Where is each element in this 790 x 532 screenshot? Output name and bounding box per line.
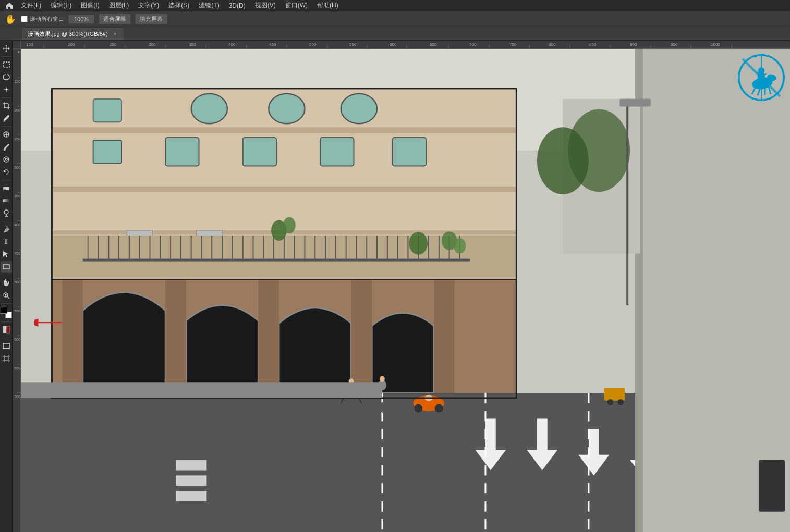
selection-tool-button[interactable] bbox=[1, 59, 12, 70]
eyedropper-tool-button[interactable] bbox=[1, 113, 12, 124]
svg-rect-212 bbox=[759, 460, 785, 512]
pen-tool-button[interactable] bbox=[1, 224, 12, 235]
svg-rect-160 bbox=[604, 388, 625, 401]
svg-point-161 bbox=[607, 399, 614, 405]
menu-window[interactable]: 窗口(W) bbox=[281, 0, 312, 11]
magic-wand-tool-button[interactable] bbox=[1, 84, 12, 95]
svg-rect-122 bbox=[320, 138, 354, 166]
tool-separator-4 bbox=[2, 180, 11, 180]
svg-rect-129 bbox=[351, 279, 372, 393]
screen-mode-button[interactable] bbox=[1, 340, 12, 352]
svg-text:900: 900 bbox=[630, 42, 637, 47]
svg-text:150: 150 bbox=[26, 42, 33, 47]
svg-rect-142 bbox=[176, 491, 206, 501]
tool-separator-3 bbox=[2, 126, 11, 127]
svg-marker-0 bbox=[3, 45, 10, 52]
svg-text:650: 650 bbox=[14, 366, 20, 370]
svg-marker-21 bbox=[3, 251, 9, 257]
move-tool-button[interactable] bbox=[1, 43, 12, 54]
hand-tool-button[interactable] bbox=[1, 277, 12, 289]
fill-screen-button[interactable]: 填充屏幕 bbox=[135, 14, 167, 24]
canvas-container: 150 200 250 300 350 400 450 500 bbox=[13, 41, 790, 532]
svg-text:800: 800 bbox=[549, 42, 556, 47]
canvas-viewport[interactable] bbox=[21, 49, 790, 532]
svg-rect-22 bbox=[3, 265, 9, 269]
svg-text:500: 500 bbox=[309, 42, 317, 47]
foreground-color-swatch[interactable] bbox=[1, 307, 7, 314]
zoom-tool-button[interactable] bbox=[1, 290, 12, 301]
tool-separator-1 bbox=[2, 56, 11, 57]
svg-point-206 bbox=[409, 232, 428, 255]
menu-layer[interactable]: 图层(L) bbox=[105, 0, 133, 11]
svg-point-155 bbox=[414, 404, 422, 413]
svg-text:600: 600 bbox=[14, 338, 20, 341]
svg-rect-106 bbox=[52, 187, 516, 192]
menu-file[interactable]: 文件(F) bbox=[17, 0, 45, 11]
gradient-tool-button[interactable] bbox=[1, 195, 12, 206]
svg-rect-118 bbox=[165, 138, 199, 166]
svg-text:200: 200 bbox=[68, 42, 75, 47]
svg-point-162 bbox=[617, 399, 624, 405]
menu-help[interactable]: 帮助(H) bbox=[313, 0, 343, 11]
shape-tool-button[interactable] bbox=[1, 261, 12, 273]
svg-text:550: 550 bbox=[14, 309, 20, 313]
menu-3d[interactable]: 3D(D) bbox=[225, 1, 250, 10]
tab-bar: 漫画效果.jpg @ 300%(RGB/8#) × bbox=[0, 27, 790, 41]
quick-mask-button[interactable] bbox=[1, 324, 12, 336]
dodge-tool-button[interactable] bbox=[1, 207, 12, 219]
tool-separator-9 bbox=[2, 338, 11, 338]
svg-text:350: 350 bbox=[14, 194, 20, 198]
crop-tool-button[interactable] bbox=[1, 100, 12, 112]
menu-select[interactable]: 选择(S) bbox=[164, 0, 193, 11]
path-selection-tool-button[interactable] bbox=[1, 249, 12, 260]
foreground-background-colors[interactable] bbox=[1, 307, 12, 318]
scroll-all-windows-label[interactable]: 滚动所有窗口 bbox=[21, 15, 64, 23]
text-tool-button[interactable]: T bbox=[1, 236, 12, 248]
zoom-input[interactable] bbox=[68, 15, 94, 24]
menubar: 文件(F) 编辑(E) 图像(I) 图层(L) 文字(Y) 选择(S) 滤镜(T… bbox=[0, 0, 790, 11]
eraser-tool-button[interactable] bbox=[1, 182, 12, 194]
document-tab[interactable]: 漫画效果.jpg @ 300%(RGB/8#) × bbox=[22, 28, 124, 40]
artboard-button[interactable] bbox=[1, 353, 12, 364]
svg-rect-120 bbox=[243, 138, 276, 166]
svg-point-12 bbox=[4, 157, 9, 162]
svg-rect-28 bbox=[6, 326, 10, 333]
ruler-left: 1 150 200 250 300 350 400 450 bbox=[13, 49, 21, 532]
svg-text:450: 450 bbox=[14, 252, 20, 255]
healing-brush-tool-button[interactable] bbox=[1, 129, 12, 140]
brush-tool-button[interactable] bbox=[1, 141, 12, 153]
svg-text:400: 400 bbox=[14, 223, 20, 227]
scroll-all-windows-checkbox[interactable] bbox=[21, 16, 28, 22]
svg-text:200: 200 bbox=[14, 108, 20, 112]
menu-image[interactable]: 图像(I) bbox=[77, 0, 103, 11]
toolbar: T bbox=[0, 41, 13, 532]
svg-point-208 bbox=[454, 238, 466, 254]
history-brush-tool-button[interactable] bbox=[1, 166, 12, 178]
svg-line-24 bbox=[7, 296, 9, 299]
menu-view[interactable]: 视图(V) bbox=[251, 0, 280, 11]
svg-line-222 bbox=[758, 88, 760, 95]
tool-options-icon[interactable]: ✋ bbox=[4, 13, 17, 26]
home-button[interactable] bbox=[3, 0, 16, 12]
tool-separator-8 bbox=[2, 321, 11, 322]
lasso-tool-button[interactable] bbox=[1, 71, 12, 83]
svg-rect-127 bbox=[165, 279, 186, 393]
svg-point-17 bbox=[4, 210, 8, 214]
svg-rect-27 bbox=[3, 326, 6, 333]
svg-rect-214 bbox=[619, 99, 650, 107]
tool-separator-2 bbox=[2, 97, 11, 98]
tab-close-button[interactable]: × bbox=[112, 31, 118, 38]
clone-stamp-tool-button[interactable] bbox=[1, 154, 12, 165]
svg-text:150: 150 bbox=[14, 80, 20, 83]
menu-filter[interactable]: 滤镜(T) bbox=[195, 0, 223, 11]
svg-text:1000: 1000 bbox=[711, 42, 720, 47]
svg-rect-211 bbox=[21, 382, 382, 398]
svg-point-205 bbox=[283, 217, 296, 233]
fit-screen-button[interactable]: 适合屏幕 bbox=[99, 14, 131, 24]
menu-text[interactable]: 文字(Y) bbox=[134, 0, 163, 11]
menu-edit[interactable]: 编辑(E) bbox=[46, 0, 76, 11]
svg-text:750: 750 bbox=[509, 42, 517, 47]
svg-marker-2 bbox=[3, 86, 9, 93]
options-bar: ✋ 滚动所有窗口 适合屏幕 填充屏幕 bbox=[0, 11, 790, 27]
street-scene-svg bbox=[21, 49, 790, 532]
